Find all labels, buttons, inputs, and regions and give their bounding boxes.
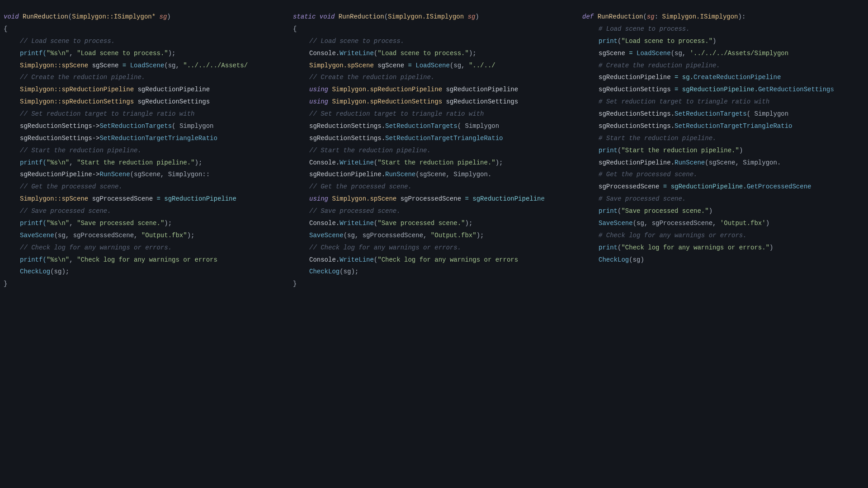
- code-line: printf("%s\n", "Load scene to process.")…: [4, 47, 286, 60]
- code-comment: # Check log for any warnings or errors.: [582, 230, 864, 242]
- code-line: sgReductionPipeline.RunScene(sgScene, Si…: [582, 157, 864, 169]
- code-line: Console.WriteLine("Check log for any war…: [293, 254, 575, 266]
- code-line: sgReductionSettings->SetReductionTargetT…: [4, 132, 286, 145]
- code-line: sgReductionPipeline->RunScene(sgScene, S…: [4, 169, 286, 181]
- code-line: sgReductionSettings.SetReductionTargets(…: [293, 120, 575, 132]
- code-line: using Simplygon.spReductionSettings sgRe…: [293, 96, 575, 108]
- code-line: printf("%s\n", "Start the reduction pipe…: [4, 157, 286, 169]
- code-comment: # Create the reduction pipeline.: [582, 60, 864, 72]
- code-line: using Simplygon.spScene sgProcessedScene…: [293, 193, 575, 205]
- python-code-column: def RunReduction(sg: Simplygon.ISimplygo…: [579, 0, 868, 488]
- code-line: CheckLog(sg);: [293, 266, 575, 278]
- code-comment: // Save processed scene.: [293, 205, 575, 217]
- code-line: sgReductionSettings.SetReductionTargets(…: [582, 108, 864, 120]
- code-line: sgReductionSettings.SetReductionTargetTr…: [293, 132, 575, 145]
- code-comment: // Load scene to process.: [293, 35, 575, 47]
- code-line: printf("%s\n", "Save processed scene.");: [4, 217, 286, 230]
- cpp-code-column: void RunReduction(Simplygon::ISimplygon*…: [0, 0, 289, 488]
- code-comment: // Save processed scene.: [4, 205, 286, 217]
- code-comment: # Start the reduction pipeline.: [582, 132, 864, 145]
- code-line: printf("%s\n", "Check log for any warnin…: [4, 254, 286, 266]
- code-comment: // Check log for any warnings or errors.: [4, 242, 286, 254]
- code-line: print("Start the reduction pipeline."): [582, 145, 864, 157]
- code-comment: // Load scene to process.: [4, 35, 286, 47]
- code-line: SaveScene(sg, sgProcessedScene, 'Output.…: [582, 217, 864, 230]
- code-line: Simplygon.spScene sgScene = LoadScene(sg…: [293, 60, 575, 72]
- code-line: Simplygon::spReductionSettings sgReducti…: [4, 96, 286, 108]
- code-comment: # Set reduction target to triangle ratio…: [582, 96, 864, 108]
- code-comment: // Start the reduction pipeline.: [293, 145, 575, 157]
- code-line: Simplygon::spScene sgProcessedScene = sg…: [4, 193, 286, 205]
- code-comment: # Save processed scene.: [582, 193, 864, 205]
- code-comment: // Check log for any warnings or errors.: [293, 242, 575, 254]
- code-line: Console.WriteLine("Start the reduction p…: [293, 157, 575, 169]
- code-line: sgReductionPipeline.RunScene(sgScene, Si…: [293, 169, 575, 181]
- code-line: sgReductionSettings.SetReductionTargetTr…: [582, 120, 864, 132]
- code-line: {: [293, 23, 575, 35]
- code-line: Console.WriteLine("Save processed scene.…: [293, 217, 575, 230]
- code-comment: // Create the reduction pipeline.: [293, 71, 575, 84]
- code-line: }: [4, 278, 286, 290]
- code-line: print("Save processed scene."): [582, 205, 864, 217]
- code-line: sgReductionSettings = sgReductionPipelin…: [582, 84, 864, 96]
- code-line: sgReductionSettings->SetReductionTargets…: [4, 120, 286, 132]
- code-line: CheckLog(sg);: [4, 266, 286, 278]
- code-line: print("Load scene to process."): [582, 35, 864, 47]
- code-line: sgProcessedScene = sgReductionPipeline.G…: [582, 181, 864, 193]
- code-line: Console.WriteLine("Load scene to process…: [293, 47, 575, 60]
- code-comment: // Set reduction target to triangle rati…: [293, 108, 575, 120]
- code-line: void RunReduction(Simplygon::ISimplygon*…: [4, 11, 286, 23]
- code-comment: // Get the processed scene.: [293, 181, 575, 193]
- code-line: static void RunReduction(Simplygon.ISimp…: [293, 11, 575, 23]
- code-comment: // Get the processed scene.: [4, 181, 286, 193]
- code-comment: // Set reduction target to triangle rati…: [4, 108, 286, 120]
- code-line: SaveScene(sg, sgProcessedScene, "Output.…: [4, 230, 286, 242]
- code-line: Simplygon::spReductionPipeline sgReducti…: [4, 84, 286, 96]
- code-line: def RunReduction(sg: Simplygon.ISimplygo…: [582, 11, 864, 23]
- code-comment: # Load scene to process.: [582, 23, 864, 35]
- code-line: }: [293, 278, 575, 290]
- code-line: Simplygon::spScene sgScene = LoadScene(s…: [4, 60, 286, 72]
- code-line: SaveScene(sg, sgProcessedScene, "Output.…: [293, 230, 575, 242]
- code-comment: # Get the processed scene.: [582, 169, 864, 181]
- code-line: CheckLog(sg): [582, 254, 864, 266]
- code-line: print("Check log for any warnings or err…: [582, 242, 864, 254]
- code-line: sgReductionPipeline = sg.CreateReduction…: [582, 71, 864, 84]
- code-line: sgScene = LoadScene(sg, '../../../Assets…: [582, 47, 864, 60]
- csharp-code-column: static void RunReduction(Simplygon.ISimp…: [289, 0, 579, 488]
- code-comment: // Start the reduction pipeline.: [4, 145, 286, 157]
- code-line: {: [4, 23, 286, 35]
- code-comment: // Create the reduction pipeline.: [4, 71, 286, 84]
- code-line: using Simplygon.spReductionPipeline sgRe…: [293, 84, 575, 96]
